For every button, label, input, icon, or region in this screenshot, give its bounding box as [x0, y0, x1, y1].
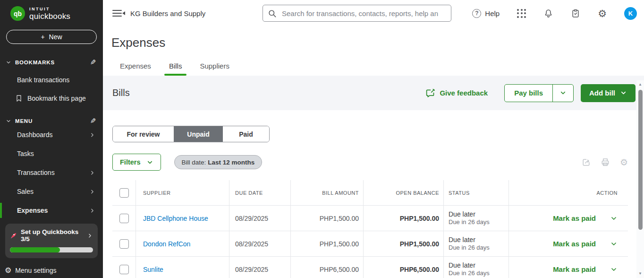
tab-bar: Expenses Bills Suppliers [103, 62, 644, 76]
pay-bills-chevron-button[interactable] [552, 85, 573, 102]
due-date: 08/29/2025 [229, 257, 291, 278]
bills-table: SUPPLIER DUE DATE BILL AMOUNT OPEN BALAN… [112, 180, 628, 278]
scrollbar-thumb[interactable] [638, 90, 643, 230]
help-button[interactable]: ? Help [472, 9, 500, 18]
intuit-wordmark: INTUIT [29, 7, 70, 11]
open-balance: PHP1,500.00 [400, 240, 439, 248]
search-input[interactable] [281, 9, 446, 18]
bill-date-filter-chip[interactable]: Bill date: Last 12 months [174, 155, 263, 169]
setup-quickbooks-label: Set up Quickbooks 3/5 [21, 228, 83, 243]
column-header-due-date[interactable]: DUE DATE [229, 180, 291, 205]
row-checkbox[interactable] [119, 265, 129, 274]
menu-section-label: MENU [15, 118, 33, 124]
search-icon [268, 9, 277, 18]
sidebar-item-label: Bookmark this page [27, 95, 86, 102]
setup-progress-bar [10, 247, 93, 252]
setup-progress-fill [10, 247, 60, 252]
sidebar-item-transactions[interactable]: Transactions [0, 163, 103, 182]
add-bill-label: Add bill [589, 89, 615, 97]
sidebar-item-dashboards[interactable]: Dashboards [0, 125, 103, 144]
bookmarks-section-header[interactable]: BOOKMARKS ✎ [0, 58, 103, 67]
collapse-menu-icon[interactable] [112, 8, 122, 18]
chevron-down-icon [6, 60, 11, 65]
pay-bills-button[interactable]: Pay bills [505, 85, 552, 102]
segment-paid[interactable]: Paid [223, 126, 269, 142]
menu-settings-button[interactable]: ⚙ Menu settings [5, 267, 57, 274]
settings-gear-icon[interactable]: ⚙ [598, 9, 607, 18]
sidebar-item-sales[interactable]: Sales [0, 182, 103, 201]
bookmark-this-page-button[interactable]: Bookmark this page [0, 89, 103, 107]
column-header-status[interactable]: STATUS [444, 180, 509, 205]
segment-unpaid[interactable]: Unpaid [174, 126, 223, 142]
status-segmented-control: For review Unpaid Paid [112, 126, 270, 142]
plus-icon: + [41, 33, 44, 41]
sidebar-item-tasks[interactable]: Tasks [0, 144, 103, 163]
chevron-down-icon [6, 118, 11, 124]
supplier-link[interactable]: Dondon RefCon [143, 240, 190, 248]
table-header-row: SUPPLIER DUE DATE BILL AMOUNT OPEN BALAN… [112, 180, 628, 205]
sidebar-item-label: Sales [17, 188, 34, 195]
tab-bills[interactable]: Bills [168, 62, 183, 76]
apps-grid-icon[interactable] [517, 9, 526, 18]
status: Due later Due in 26 days [449, 261, 490, 277]
row-checkbox[interactable] [119, 239, 129, 249]
bookmark-icon [15, 95, 23, 102]
column-header-supplier[interactable]: SUPPLIER [136, 180, 229, 205]
sidebar-item-bank-transactions[interactable]: Bank transactions [0, 70, 103, 89]
due-date: 08/29/2025 [229, 206, 291, 231]
row-checkbox[interactable] [119, 214, 129, 223]
table-settings-gear-icon[interactable]: ⚙ [620, 158, 628, 167]
new-button[interactable]: + New [6, 30, 97, 44]
new-button-label: New [49, 33, 62, 41]
company-name[interactable]: KG Builders and Supply [130, 9, 205, 17]
sidebar-item-label: Expenses [17, 207, 48, 214]
due-date: 08/29/2025 [229, 231, 291, 256]
chip-label: Bill date: [182, 159, 206, 166]
page-title: Expenses [111, 35, 644, 50]
notifications-bell-icon[interactable] [543, 9, 553, 18]
column-header-bill-amount[interactable]: BILL AMOUNT [291, 180, 364, 205]
open-balance: PHP6,500.00 [400, 266, 439, 273]
mark-as-paid-button[interactable]: Mark as paid [553, 265, 618, 273]
row-action-chevron-icon [610, 266, 618, 273]
open-balance: PHP1,500.00 [400, 215, 439, 222]
export-icon[interactable] [582, 158, 591, 167]
quickbooks-logo[interactable]: qb INTUIT quickbooks [0, 0, 103, 21]
bill-amount: PHP1,500.00 [291, 231, 364, 256]
tasks-clipboard-icon[interactable] [571, 9, 580, 18]
scroll-down-button[interactable]: ▼ [638, 269, 642, 278]
global-search[interactable] [263, 5, 451, 22]
add-bill-button[interactable]: Add bill [581, 84, 636, 102]
column-header-open-balance[interactable]: OPEN BALANCE [364, 180, 444, 205]
row-action-chevron-icon [610, 240, 618, 248]
chevron-right-icon [89, 208, 95, 214]
select-all-checkbox[interactable] [119, 188, 129, 198]
menu-section-header[interactable]: MENU ✎ [0, 117, 103, 125]
sidebar-item-expenses[interactable]: Expenses [0, 201, 103, 220]
supplier-link[interactable]: JBD Cellphone House [143, 215, 208, 222]
tab-expenses[interactable]: Expenses [119, 62, 152, 76]
print-icon[interactable] [601, 157, 610, 167]
filters-button[interactable]: Filters [112, 154, 161, 171]
help-icon: ? [472, 9, 481, 18]
bill-amount: PHP6,500.00 [291, 257, 364, 278]
segment-for-review[interactable]: For review [113, 126, 174, 142]
mark-as-paid-button[interactable]: Mark as paid [553, 214, 618, 222]
quickbooks-wordmark: quickbooks [29, 12, 70, 20]
setup-quickbooks-card[interactable]: Set up Quickbooks 3/5 [5, 224, 98, 258]
table-row: JBD Cellphone House 08/29/2025 PHP1,500.… [112, 205, 628, 231]
mark-as-paid-button[interactable]: Mark as paid [553, 240, 618, 248]
vertical-scrollbar[interactable]: ▲ ▼ [636, 80, 644, 278]
scroll-up-button[interactable]: ▲ [638, 80, 642, 89]
tab-suppliers[interactable]: Suppliers [199, 62, 230, 76]
supplier-link[interactable]: Sunlite [143, 266, 163, 273]
edit-bookmarks-icon[interactable]: ✎ [90, 58, 96, 67]
chevron-down-icon [146, 159, 153, 166]
chevron-right-icon [89, 170, 95, 176]
chevron-down-icon [620, 89, 627, 96]
table-row: Dondon RefCon 08/29/2025 PHP1,500.00 PHP… [112, 231, 628, 256]
avatar[interactable]: K [624, 7, 637, 20]
bills-header-band: Bills Give feedback Pay bills Add bill [103, 76, 644, 110]
give-feedback-button[interactable]: Give feedback [425, 88, 488, 98]
edit-menu-icon[interactable]: ✎ [90, 117, 96, 125]
